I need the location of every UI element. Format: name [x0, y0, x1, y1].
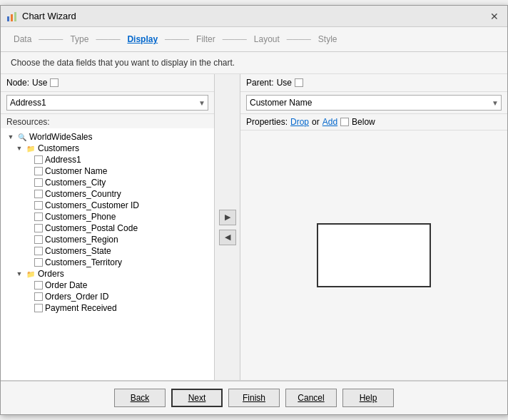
- step-layout[interactable]: Layout: [251, 34, 283, 44]
- steps-bar: Data ──── Type ──── Display ──── Filter …: [1, 27, 507, 52]
- field-checkbox[interactable]: [34, 281, 43, 290]
- chart-preview-box: [317, 223, 431, 287]
- spacer: [24, 247, 32, 255]
- field-checkbox[interactable]: [34, 167, 43, 175]
- step-display[interactable]: Display: [124, 34, 161, 44]
- cancel-button[interactable]: Cancel: [285, 389, 337, 407]
- step-data-label: Data: [11, 34, 34, 44]
- list-item[interactable]: Customers_Postal Code: [1, 222, 214, 234]
- list-item[interactable]: Customers_City: [1, 177, 214, 188]
- folder-icon: 📁: [26, 269, 36, 279]
- or-label: or: [312, 117, 320, 127]
- parent-use-checkbox[interactable]: [295, 78, 303, 87]
- step-filter[interactable]: Filter: [193, 34, 218, 44]
- title-bar: Chart Wizard ✕: [1, 6, 507, 27]
- list-item[interactable]: Customers_Territory: [1, 257, 214, 268]
- list-item[interactable]: Customers_Region: [1, 234, 214, 245]
- tree-customers-folder[interactable]: ▼ 📁 Customers: [1, 143, 214, 154]
- list-item[interactable]: Customer Name: [1, 165, 214, 177]
- field-checkbox[interactable]: [34, 190, 43, 198]
- step-style[interactable]: Style: [315, 34, 340, 44]
- field-checkbox[interactable]: [34, 258, 43, 267]
- move-left-button[interactable]: ◀: [219, 230, 236, 245]
- spacer: [24, 235, 32, 244]
- chart-preview-area: [240, 130, 507, 380]
- list-item[interactable]: Payment Received: [1, 302, 214, 314]
- node-select-row: Address1 ▼: [1, 92, 214, 114]
- field-label: Customers_Region: [45, 235, 118, 245]
- close-button[interactable]: ✕: [487, 9, 502, 24]
- field-label: Address1: [45, 155, 81, 165]
- field-checkbox[interactable]: [34, 212, 43, 221]
- step-type[interactable]: Type: [67, 34, 91, 44]
- parent-select[interactable]: Customer Name: [246, 95, 502, 111]
- window-title: Chart Wizard: [22, 11, 76, 21]
- node-use-label: Use: [32, 78, 47, 88]
- field-checkbox[interactable]: [34, 201, 43, 210]
- step-data[interactable]: Data: [11, 34, 34, 44]
- finish-label: Finish: [243, 393, 265, 403]
- next-label: Next: [188, 393, 206, 403]
- list-item[interactable]: Customers_State: [1, 245, 214, 257]
- cancel-label: Cancel: [298, 393, 324, 403]
- field-checkbox[interactable]: [34, 224, 43, 232]
- field-checkbox[interactable]: [34, 292, 43, 301]
- properties-row: Properties: Drop or Add Below: [240, 114, 507, 130]
- field-label: Customers_Country: [45, 189, 121, 199]
- center-arrows: ▶ ◀: [215, 74, 240, 380]
- next-button[interactable]: Next: [171, 389, 223, 407]
- help-button[interactable]: Help: [342, 389, 394, 407]
- spacer: [24, 281, 32, 290]
- orders-label: Orders: [38, 269, 64, 279]
- move-right-button[interactable]: ▶: [219, 210, 236, 225]
- customers-label: Customers: [38, 143, 79, 153]
- drop-link[interactable]: Drop: [290, 117, 309, 127]
- field-label: Order Date: [45, 280, 87, 290]
- field-label: Orders_Order ID: [45, 292, 108, 302]
- customers-expand-icon[interactable]: ▼: [15, 144, 24, 153]
- root-label: WorldWideSales: [29, 132, 92, 142]
- spacer: [24, 155, 32, 164]
- field-checkbox[interactable]: [34, 235, 43, 244]
- field-checkbox[interactable]: [34, 304, 43, 312]
- left-panel: Node: Use Address1 ▼ Resources:: [1, 74, 215, 380]
- divider-5: ────: [283, 34, 315, 44]
- node-use-checkbox[interactable]: [50, 78, 59, 87]
- list-item[interactable]: Orders_Order ID: [1, 291, 214, 302]
- field-checkbox[interactable]: [34, 178, 43, 187]
- spacer: [24, 201, 32, 210]
- list-item[interactable]: Address1: [1, 154, 214, 165]
- field-label: Customers_Customer ID: [45, 200, 139, 210]
- tree-root[interactable]: ▼ 🔍 WorldWideSales: [1, 131, 214, 143]
- node-select[interactable]: Address1: [6, 95, 208, 111]
- node-header: Node: Use: [1, 74, 214, 92]
- tree-area[interactable]: ▼ 🔍 WorldWideSales ▼ 📁 Customers A: [1, 128, 214, 380]
- field-label: Customers_Phone: [45, 212, 116, 222]
- list-item[interactable]: Customers_Country: [1, 188, 214, 200]
- field-label: Customers_State: [45, 246, 111, 256]
- step-type-label: Type: [67, 34, 91, 44]
- resources-label: Resources:: [1, 114, 214, 128]
- svg-rect-1: [11, 14, 13, 21]
- below-checkbox[interactable]: [340, 118, 349, 126]
- finish-button[interactable]: Finish: [228, 389, 280, 407]
- step-layout-label: Layout: [251, 34, 283, 44]
- list-item[interactable]: Customers_Phone: [1, 211, 214, 222]
- properties-label: Properties:: [246, 117, 288, 127]
- back-label: Back: [131, 393, 150, 403]
- root-expand-icon[interactable]: ▼: [6, 133, 15, 141]
- field-checkbox[interactable]: [34, 155, 43, 164]
- orders-expand-icon[interactable]: ▼: [15, 270, 24, 278]
- step-display-label: Display: [124, 34, 161, 44]
- add-link[interactable]: Add: [322, 117, 337, 127]
- field-label: Customers_City: [45, 178, 106, 188]
- divider-2: ────: [91, 34, 124, 44]
- tree-orders-folder[interactable]: ▼ 📁 Orders: [1, 268, 214, 280]
- list-item[interactable]: Order Date: [1, 280, 214, 291]
- spacer: [24, 178, 32, 187]
- list-item[interactable]: Customers_Customer ID: [1, 200, 214, 211]
- node-select-wrapper: Address1 ▼: [6, 95, 208, 111]
- back-button[interactable]: Back: [114, 389, 166, 407]
- spacer: [24, 224, 32, 232]
- field-checkbox[interactable]: [34, 247, 43, 255]
